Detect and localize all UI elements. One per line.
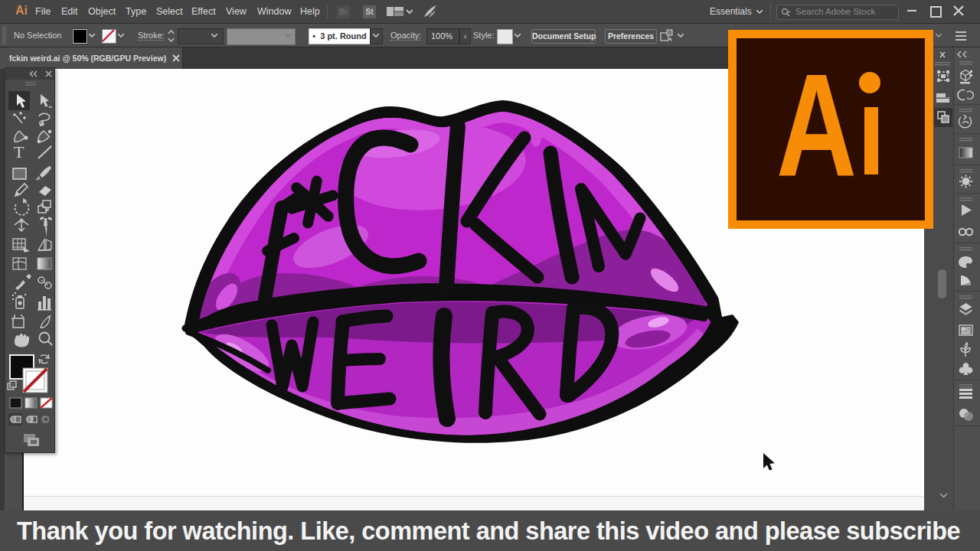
svg-text:T: T — [14, 142, 24, 161]
